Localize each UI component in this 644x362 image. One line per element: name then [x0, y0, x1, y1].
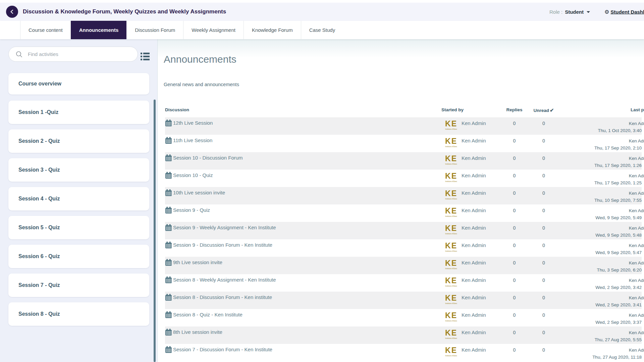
starter-link[interactable]: Ken Admin: [462, 206, 486, 213]
discussion-link[interactable]: 10th Live session invite: [173, 189, 225, 196]
tab-discussion-forum[interactable]: Discussion Forum: [126, 21, 183, 39]
tab-label: Case Study: [309, 27, 335, 33]
course-section-card[interactable]: Session 3 - Quiz: [8, 158, 149, 182]
sidebar-scrollbar-thumb[interactable]: [154, 100, 156, 362]
last-post-author-link[interactable]: Ken Admin: [559, 312, 644, 319]
unread-count: 0: [529, 117, 559, 135]
discussion-link[interactable]: 11th Live Session: [173, 137, 212, 144]
replies-count: 0: [500, 257, 529, 274]
activity-search[interactable]: [8, 47, 138, 62]
col-discussion: Discussion: [165, 107, 441, 112]
course-section-card[interactable]: Session 8 - Quiz: [8, 302, 149, 326]
tab-weekly-assignment[interactable]: Weekly Assignment: [183, 21, 244, 39]
discussion-row: Session 9 - Quiz KE Institute of Exec Ke…: [165, 204, 642, 222]
discussion-link[interactable]: 8th Live session invite: [173, 329, 222, 336]
replies-count: 0: [500, 222, 529, 239]
logo-letters: KE: [443, 190, 459, 197]
course-section-card[interactable]: Session 7 - Quiz: [8, 274, 149, 297]
logo-letters: KE: [443, 172, 459, 180]
course-section-card[interactable]: Session 1 -Quiz: [8, 101, 149, 124]
search-input[interactable]: [27, 51, 128, 57]
logo-letters: KE: [443, 259, 459, 267]
course-section-card[interactable]: Course overview: [8, 73, 149, 95]
discussion-cell: Session 9 - Quiz: [165, 204, 441, 222]
last-post-author-link[interactable]: Ken Admin: [559, 120, 644, 127]
last-post-author-link[interactable]: Ken Admin: [559, 347, 644, 354]
discussion-link[interactable]: 12th Live Session: [173, 120, 213, 126]
starter-link[interactable]: Ken Admin: [462, 119, 486, 126]
starter-link[interactable]: Ken Admin: [462, 293, 486, 300]
last-post-time: Wed, 9 Sep 2020, 5:48: [559, 232, 642, 239]
unread-count: 0: [529, 326, 559, 344]
mark-all-read-icon[interactable]: ✔: [550, 107, 554, 113]
tab-knowledge-forum[interactable]: Knowledge Forum: [244, 21, 301, 39]
tab-course-content[interactable]: Course content: [20, 21, 71, 39]
starter-link[interactable]: Ken Admin: [462, 328, 486, 335]
discussion-link[interactable]: 9th Live session invite: [173, 259, 222, 266]
tab-case-study[interactable]: Case Study: [301, 21, 343, 39]
tab-announcements[interactable]: Announcements: [71, 21, 127, 39]
last-post-author-link[interactable]: Ken Admin: [559, 207, 644, 214]
discussion-link[interactable]: Session 7 - Discussion Forum - Ken Insti…: [173, 346, 272, 353]
discussion-row: Session 9 - Discussion Forum - Ken Insti…: [165, 239, 642, 257]
starter-link[interactable]: Ken Admin: [462, 171, 486, 178]
gear-icon: ⚙: [604, 9, 609, 15]
discussion-link[interactable]: Session 10 - Quiz: [173, 172, 213, 179]
starter-link[interactable]: Ken Admin: [462, 258, 486, 265]
course-section-card[interactable]: Session 6 - Quiz: [8, 245, 149, 268]
discussion-link[interactable]: Session 10 - Discussion Forum: [173, 155, 243, 161]
discussion-cell: Session 9 - Discussion Forum - Ken Insti…: [165, 239, 441, 257]
starter-link[interactable]: Ken Admin: [462, 346, 486, 353]
col-unread-label: Unread: [533, 108, 549, 113]
last-post-author-link[interactable]: Ken Admin: [559, 294, 644, 301]
last-post-cell: Ken Admin Thu, 10 Sep 2020, 7:55: [559, 187, 642, 204]
last-post-author-link[interactable]: Ken Admin: [559, 225, 644, 232]
discussion-link[interactable]: Session 9 - Quiz: [173, 207, 210, 214]
last-post-cell: Ken Admin Thu, 17 Sep 2020, 1:26: [559, 152, 642, 170]
starter-link[interactable]: Ken Admin: [462, 311, 486, 318]
discussion-link[interactable]: Session 8 - Quiz - Ken Institute: [173, 311, 243, 318]
starter-link[interactable]: Ken Admin: [462, 154, 486, 161]
last-post-author-link[interactable]: Ken Admin: [559, 137, 644, 144]
logo-subtext: Institute of Exec: [443, 198, 459, 200]
last-post-author-link[interactable]: Ken Admin: [559, 190, 644, 197]
last-post-author-link[interactable]: Ken Admin: [559, 277, 644, 284]
last-post-cell: Ken Admin Wed, 2 Sep 2020, 3:42: [559, 274, 642, 292]
replies-count: 0: [500, 326, 529, 344]
starter-link[interactable]: Ken Admin: [462, 189, 486, 196]
course-index-toggle-button[interactable]: [141, 52, 150, 61]
last-post-time: Thu, 10 Sep 2020, 7:55: [559, 197, 642, 204]
role-dropdown[interactable]: Role : Student: [549, 9, 590, 15]
last-post-author-link[interactable]: Ken Admin: [559, 329, 644, 336]
starter-link[interactable]: Ken Admin: [462, 241, 486, 248]
last-post-author-link[interactable]: Ken Admin: [559, 172, 644, 179]
discussion-link[interactable]: Session 8 - Weekly Assignment - Ken Inst…: [173, 277, 276, 283]
logo-subtext: Institute of Exec: [443, 181, 459, 182]
list-icon: [141, 52, 150, 61]
discussion-link[interactable]: Session 8 - Discussion Forum - Ken insti…: [173, 294, 272, 301]
col-started-by: Started by: [441, 107, 500, 112]
ken-institute-logo: KE Institute of Exec: [443, 136, 459, 147]
col-last-post: Last post: [559, 107, 644, 112]
back-button[interactable]: [6, 6, 18, 18]
calendar-icon: [165, 241, 172, 249]
starter-link[interactable]: Ken Admin: [462, 136, 486, 143]
student-dashboard-link[interactable]: ⚙ Student Dashboard: [604, 9, 644, 15]
logo-letters: KE: [443, 347, 459, 354]
course-section-card[interactable]: Session 5 - Quiz: [8, 216, 149, 239]
replies-count: 0: [500, 170, 529, 187]
last-post-author-link[interactable]: Ken Admin: [559, 259, 644, 266]
starter-link[interactable]: Ken Admin: [462, 276, 486, 283]
logo-letters: KE: [443, 225, 459, 232]
discussion-link[interactable]: Session 9 - Discussion Forum - Ken Insti…: [173, 242, 272, 248]
discussion-row: Session 7 - Discussion Forum - Ken Insti…: [165, 344, 642, 361]
calendar-icon: [165, 119, 172, 127]
course-section-card[interactable]: Session 4 - Quiz: [8, 187, 149, 210]
starter-link[interactable]: Ken Admin: [462, 224, 486, 231]
course-section-card[interactable]: Session 2 - Quiz: [8, 129, 149, 153]
discussion-link[interactable]: Session 9 - Weekly Assignment - Ken Inst…: [173, 224, 276, 231]
unread-count: 0: [529, 222, 559, 239]
last-post-cell: Ken Admin Thu, 27 Aug 2020, 11:18: [559, 344, 642, 361]
last-post-author-link[interactable]: Ken Admin: [559, 155, 644, 162]
last-post-author-link[interactable]: Ken Admin: [559, 242, 644, 249]
